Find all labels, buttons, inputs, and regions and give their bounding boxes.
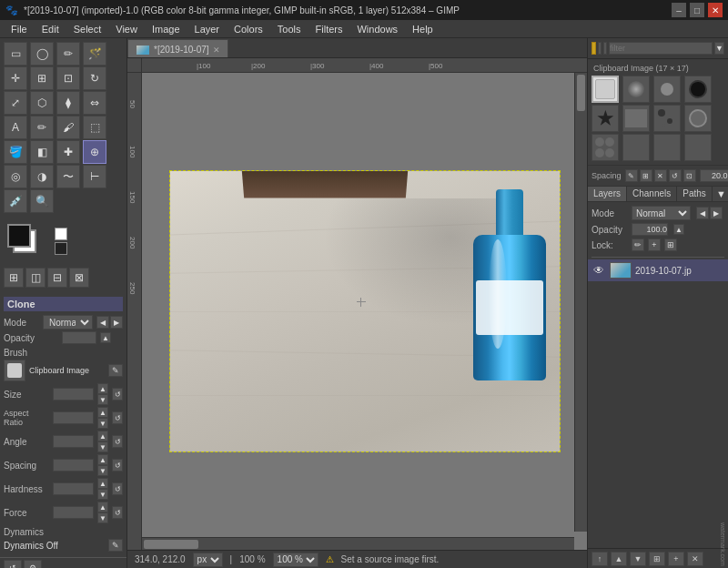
tool-perspective[interactable]: ⧫ bbox=[56, 91, 80, 115]
toolbox-settings-btn[interactable]: ⚙ bbox=[24, 560, 42, 568]
tool-dodge[interactable]: ◑ bbox=[30, 165, 54, 188]
lock-all-btn[interactable]: ⊞ bbox=[664, 238, 677, 251]
maximize-button[interactable]: □ bbox=[690, 3, 704, 17]
scrollbar-vertical[interactable] bbox=[574, 73, 587, 532]
tab-layers[interactable]: Layers bbox=[588, 187, 627, 201]
brush-item-4[interactable] bbox=[684, 76, 712, 103]
opacity-spin-up[interactable]: ▲ bbox=[100, 332, 111, 343]
layers-opacity-spin[interactable]: ▲ bbox=[673, 224, 684, 235]
tool-clone[interactable]: ⊕ bbox=[83, 140, 106, 164]
hardness-spin-up[interactable]: ▲ bbox=[97, 478, 108, 489]
tool-extra-1[interactable]: ⊞ bbox=[4, 268, 24, 288]
force-input[interactable]: 50.0 bbox=[53, 506, 94, 519]
menu-view[interactable]: View bbox=[108, 22, 145, 36]
spacing-value-input[interactable] bbox=[700, 169, 728, 182]
tool-measure[interactable]: ⊢ bbox=[83, 165, 106, 188]
tool-rectangle-select[interactable]: ▭ bbox=[4, 42, 27, 66]
tool-heal[interactable]: ✚ bbox=[56, 140, 80, 164]
layers-delete-btn[interactable]: ✕ bbox=[687, 552, 703, 566]
layers-duplicate-btn[interactable]: ⊞ bbox=[649, 552, 665, 566]
tab-paths[interactable]: Paths bbox=[677, 187, 713, 201]
tool-colorpicker[interactable]: 💉 bbox=[4, 189, 27, 213]
menu-filters[interactable]: Filters bbox=[308, 22, 350, 36]
layers-mode-next[interactable]: ▶ bbox=[710, 207, 723, 219]
unit-select[interactable]: px bbox=[193, 553, 223, 567]
layers-mode-select[interactable]: Normal bbox=[632, 206, 691, 220]
aspect-reset-btn[interactable]: ↺ bbox=[112, 411, 123, 424]
mode-next-btn[interactable]: ▶ bbox=[110, 316, 123, 329]
tool-rotate[interactable]: ↻ bbox=[83, 66, 106, 90]
spacing-reset-btn[interactable]: ↺ bbox=[112, 459, 123, 472]
layers-raise-btn[interactable]: ▲ bbox=[611, 552, 627, 566]
hardness-spin-down[interactable]: ▼ bbox=[97, 489, 108, 500]
force-reset-btn[interactable]: ↺ bbox=[112, 506, 123, 519]
layers-panel-menu[interactable]: ▼ bbox=[714, 187, 728, 201]
layer-visibility-eye[interactable]: 👁 bbox=[592, 263, 606, 278]
tool-align[interactable]: ⊞ bbox=[30, 66, 54, 90]
tool-shear[interactable]: ⬡ bbox=[30, 91, 54, 115]
layers-opacity-input[interactable] bbox=[632, 223, 668, 236]
angle-input[interactable]: 0.00 bbox=[53, 435, 94, 448]
hardness-input[interactable]: 100.0 bbox=[53, 482, 94, 495]
brush-open-btn[interactable]: ⊡ bbox=[683, 169, 696, 182]
aspect-input[interactable]: 0.00 bbox=[53, 411, 94, 424]
angle-reset-btn[interactable]: ↺ bbox=[112, 435, 123, 448]
tool-extra-3[interactable]: ⊟ bbox=[47, 268, 67, 288]
tool-extra-4[interactable]: ⊠ bbox=[69, 268, 89, 288]
menu-help[interactable]: Help bbox=[405, 22, 440, 36]
mode-select[interactable]: Normal bbox=[43, 315, 93, 330]
foreground-color-swatch[interactable] bbox=[7, 224, 31, 248]
brush-delete-btn[interactable]: ✕ bbox=[654, 169, 667, 182]
tool-eraser[interactable]: ⬚ bbox=[83, 116, 106, 139]
layers-new-btn[interactable]: ↑ bbox=[592, 552, 608, 566]
tool-pencil[interactable]: ✏ bbox=[30, 116, 54, 139]
brush-panel-menu-btn[interactable]: ▼ bbox=[714, 42, 724, 55]
spacing-spin-up[interactable]: ▲ bbox=[97, 454, 108, 465]
tool-gradient[interactable]: ◧ bbox=[30, 140, 54, 164]
brush-item-10[interactable] bbox=[622, 134, 650, 161]
brush-refresh-btn[interactable]: ↺ bbox=[669, 169, 682, 182]
brush-filter-input[interactable] bbox=[609, 42, 713, 55]
brush-selected-item[interactable] bbox=[592, 76, 619, 103]
aspect-spin-down[interactable]: ▼ bbox=[97, 418, 108, 429]
force-spin-down[interactable]: ▼ bbox=[97, 512, 108, 523]
brush-item-12[interactable] bbox=[684, 134, 712, 161]
tool-text[interactable]: A bbox=[4, 116, 27, 139]
spacing-input[interactable]: 20.0 bbox=[53, 459, 94, 472]
dynamics-edit-btn[interactable]: ✎ bbox=[108, 539, 123, 552]
spacing-spin-down[interactable]: ▼ bbox=[97, 465, 108, 476]
menu-edit[interactable]: Edit bbox=[35, 22, 66, 36]
scrollbar-thumb-h[interactable] bbox=[144, 540, 198, 549]
brush-edit-btn[interactable]: ✎ bbox=[108, 364, 123, 377]
mode-prev-btn[interactable]: ◀ bbox=[96, 316, 109, 329]
tool-smudge[interactable]: 〜 bbox=[56, 165, 80, 188]
size-input[interactable]: 17.00 bbox=[53, 388, 94, 401]
tool-scale[interactable]: ⤢ bbox=[4, 91, 27, 115]
tool-zoom[interactable]: 🔍 bbox=[30, 189, 54, 213]
zoom-select[interactable]: 100 % bbox=[273, 553, 318, 567]
angle-spin-down[interactable]: ▼ bbox=[97, 441, 108, 452]
opacity-input[interactable]: 100.0 bbox=[62, 331, 96, 344]
force-spin-up[interactable]: ▲ bbox=[97, 502, 108, 512]
menu-windows[interactable]: Windows bbox=[349, 22, 405, 36]
scrollbar-thumb-v[interactable] bbox=[577, 75, 585, 111]
tag-btn-1[interactable] bbox=[598, 42, 602, 55]
tool-move[interactable]: ✛ bbox=[4, 66, 27, 90]
angle-spin-up[interactable]: ▲ bbox=[97, 431, 108, 441]
brush-item-3[interactable] bbox=[653, 76, 681, 103]
layers-lower-btn[interactable]: ▼ bbox=[630, 552, 646, 566]
tool-flip[interactable]: ⇔ bbox=[83, 91, 106, 115]
menu-select[interactable]: Select bbox=[66, 22, 109, 36]
tool-extra-2[interactable]: ◫ bbox=[25, 268, 46, 288]
brush-item-9[interactable] bbox=[592, 134, 619, 161]
menu-tools[interactable]: Tools bbox=[270, 22, 308, 36]
menu-colors[interactable]: Colors bbox=[227, 22, 270, 36]
brush-preview[interactable] bbox=[4, 360, 25, 381]
brush-item-11[interactable] bbox=[653, 134, 681, 161]
toolbox-restore-btn[interactable]: ↺ bbox=[4, 560, 22, 568]
brush-item-8[interactable] bbox=[684, 105, 712, 132]
tab-close-btn[interactable]: ✕ bbox=[213, 46, 220, 55]
scrollbar-horizontal[interactable] bbox=[142, 537, 574, 550]
size-reset-btn[interactable]: ↺ bbox=[112, 388, 123, 401]
brush-edit-btn-2[interactable]: ✎ bbox=[625, 169, 638, 182]
